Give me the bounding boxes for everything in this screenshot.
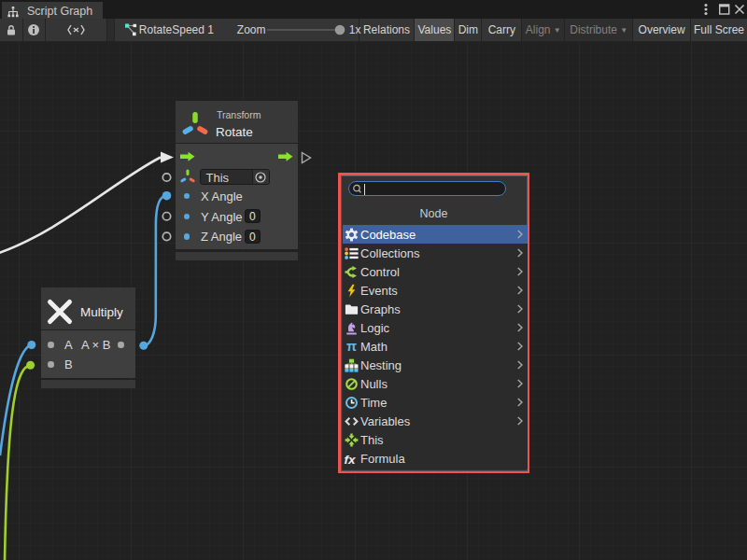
svg-text:π: π <box>346 339 357 354</box>
svg-text:fx: fx <box>345 452 356 466</box>
